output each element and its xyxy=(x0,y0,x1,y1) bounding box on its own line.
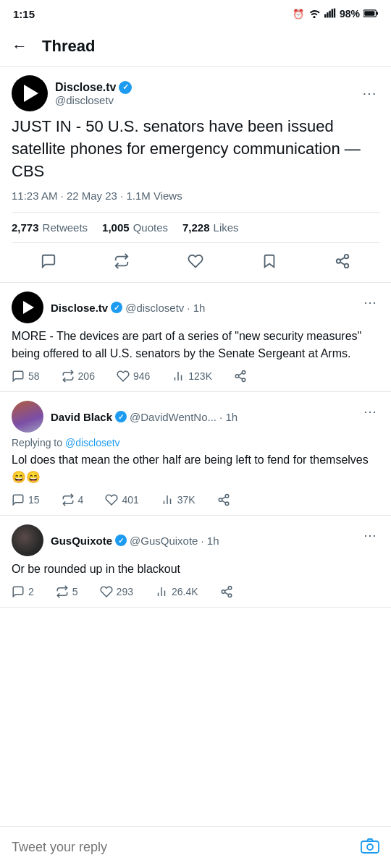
svg-rect-0 xyxy=(324,14,326,17)
author-info: Disclose.tv ✓ @disclosetv xyxy=(12,75,132,111)
verified-badge: ✓ xyxy=(119,81,132,94)
retweets-stat[interactable]: 2,773 Retweets xyxy=(12,221,88,234)
reply-like-1[interactable]: 946 xyxy=(117,370,150,383)
reply-views-3: 26.4K xyxy=(155,585,198,598)
reply-handle-2[interactable]: @DavidWentNo... xyxy=(130,411,216,423)
author-handle[interactable]: @disclosetv xyxy=(55,94,132,106)
comment-button[interactable] xyxy=(36,249,61,273)
reply-text-2: Lol does that mean the other half are be… xyxy=(12,451,379,486)
svg-line-19 xyxy=(238,378,242,380)
quotes-stat[interactable]: 1,005 Quotes xyxy=(102,221,168,234)
share-button[interactable] xyxy=(330,249,355,273)
bookmark-button[interactable] xyxy=(257,249,282,273)
status-bar: 1:15 ⏰ 98% xyxy=(0,0,391,26)
reply-tweet-2: David Black ✓ @DavidWentNo... · 1h ⋯ Rep… xyxy=(0,392,391,516)
reply-retweet-1[interactable]: 206 xyxy=(62,370,95,383)
reply-avatar-1[interactable] xyxy=(12,292,43,323)
reply-retweet-2[interactable]: 4 xyxy=(62,493,84,506)
likes-stat[interactable]: 7,228 Likes xyxy=(182,221,239,234)
reply-like-2[interactable]: 401 xyxy=(105,493,138,506)
verified-badge-1: ✓ xyxy=(111,302,122,313)
replying-to-2: Replying to @disclosetv xyxy=(12,437,379,448)
reply-comment-2[interactable]: 15 xyxy=(12,493,40,506)
reply-text-1: MORE - The devices are part of a series … xyxy=(12,328,379,362)
reply-meta-3: GusQuixote ✓ @GusQuixote · 1h xyxy=(51,535,219,547)
svg-rect-3 xyxy=(332,9,333,17)
replying-to-link-2[interactable]: @disclosetv xyxy=(65,437,120,448)
reply-comment-3[interactable]: 2 xyxy=(12,585,34,598)
reply-actions-3: 2 5 293 26.4K xyxy=(12,585,379,598)
reply-time-2: · 1h xyxy=(219,411,237,423)
svg-rect-6 xyxy=(377,12,379,14)
reply-more-2[interactable]: ⋯ xyxy=(361,401,379,422)
svg-rect-7 xyxy=(364,11,374,16)
svg-point-17 xyxy=(235,375,239,378)
reply-tweet-1: Disclose.tv ✓ @disclosetv · 1h ⋯ MORE - … xyxy=(0,283,391,392)
battery-status: 98% xyxy=(340,8,360,20)
reply-share-3[interactable] xyxy=(220,585,233,598)
reply-share-2[interactable] xyxy=(217,493,230,506)
svg-point-33 xyxy=(222,590,225,594)
like-button[interactable] xyxy=(183,249,208,273)
page-title: Thread xyxy=(42,37,95,56)
reply-author-left-1: Disclose.tv ✓ @disclosetv · 1h xyxy=(12,292,361,323)
author-name-wrap: Disclose.tv ✓ @disclosetv xyxy=(55,81,132,106)
status-icons: ⏰ 98% xyxy=(293,8,378,20)
svg-point-26 xyxy=(225,502,229,506)
reply-text-3: Or be rounded up in the blackout xyxy=(12,561,379,578)
svg-point-25 xyxy=(219,498,222,502)
reply-header-1: Disclose.tv ✓ @disclosetv · 1h ⋯ xyxy=(12,292,379,323)
more-options-button[interactable]: ⋯ xyxy=(359,82,379,105)
reply-retweet-3[interactable]: 5 xyxy=(56,585,78,598)
verified-badge-3: ✓ xyxy=(115,535,127,546)
reply-views-2: 37K xyxy=(161,493,196,506)
svg-line-12 xyxy=(340,258,345,260)
tweet-actions xyxy=(12,243,379,282)
reply-actions-1: 58 206 946 123K xyxy=(12,370,379,383)
reply-time-3: · 1h xyxy=(201,535,219,547)
svg-point-10 xyxy=(345,264,349,268)
reply-avatar-2[interactable] xyxy=(12,401,43,433)
tweet-stats: 2,773 Retweets 1,005 Quotes 7,228 Likes xyxy=(12,212,379,243)
status-time: 1:15 xyxy=(13,8,35,20)
svg-line-36 xyxy=(224,589,228,591)
reply-share-1[interactable] xyxy=(234,370,247,383)
reply-comment-1[interactable]: 58 xyxy=(12,370,40,383)
reply-like-3[interactable]: 293 xyxy=(100,585,133,598)
svg-line-28 xyxy=(222,497,225,499)
svg-point-8 xyxy=(345,255,349,259)
alarm-icon: ⏰ xyxy=(293,9,304,20)
svg-point-18 xyxy=(242,378,245,382)
author-name[interactable]: Disclose.tv ✓ xyxy=(55,81,132,94)
svg-point-9 xyxy=(337,260,341,264)
reply-more-1[interactable]: ⋯ xyxy=(361,292,379,313)
svg-point-16 xyxy=(242,371,245,375)
camera-button[interactable] xyxy=(361,838,379,858)
reply-more-3[interactable]: ⋯ xyxy=(361,524,379,546)
svg-line-27 xyxy=(222,501,225,503)
reply-author-name-1[interactable]: Disclose.tv xyxy=(51,302,108,314)
reply-author-left-2: David Black ✓ @DavidWentNo... · 1h xyxy=(12,401,361,433)
back-button[interactable]: ← xyxy=(12,37,28,56)
reply-handle-1[interactable]: @disclosetv xyxy=(125,302,184,314)
svg-line-11 xyxy=(340,263,345,265)
reply-handle-3[interactable]: @GusQuixote xyxy=(130,535,198,547)
reply-header-2: David Black ✓ @DavidWentNo... · 1h ⋯ xyxy=(12,401,379,433)
signal-icon xyxy=(324,8,336,20)
reply-tweet-3: GusQuixote ✓ @GusQuixote · 1h ⋯ Or be ro… xyxy=(0,516,391,608)
reply-author-name-2[interactable]: David Black xyxy=(51,411,112,423)
avatar[interactable] xyxy=(12,75,48,111)
reply-avatar-3[interactable] xyxy=(12,524,43,556)
tweet-meta: 11:23 AM · 22 May 23 · 1.1M Views xyxy=(12,190,379,202)
reply-author-name-3[interactable]: GusQuixote xyxy=(51,535,112,547)
svg-point-32 xyxy=(228,587,232,590)
svg-line-35 xyxy=(224,593,228,595)
retweet-button[interactable] xyxy=(109,249,134,273)
svg-point-34 xyxy=(228,594,232,597)
play-icon xyxy=(24,85,38,102)
reply-actions-2: 15 4 401 37K xyxy=(12,493,379,506)
reply-input[interactable] xyxy=(12,840,352,855)
wifi-icon xyxy=(308,8,321,20)
author-row: Disclose.tv ✓ @disclosetv ⋯ xyxy=(12,75,379,111)
reply-time-1: · 1h xyxy=(187,302,205,314)
